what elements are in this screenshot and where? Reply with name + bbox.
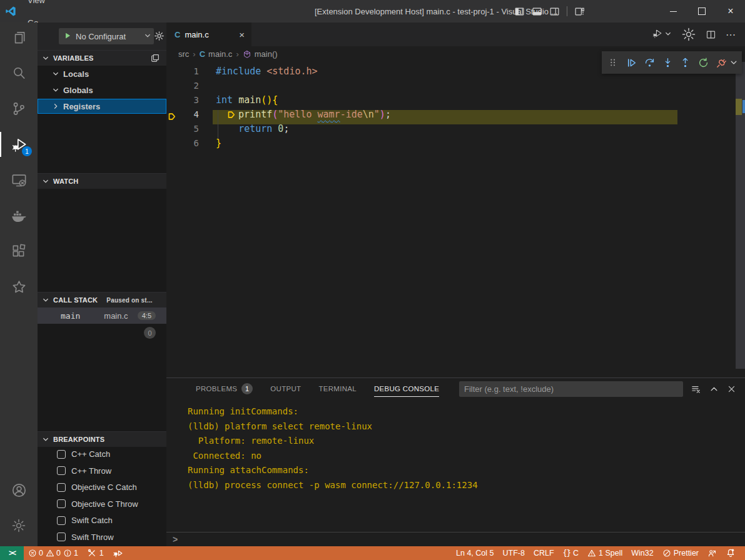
menu-view[interactable]: View [21,0,67,11]
checkbox[interactable] [57,466,66,475]
status-notifications[interactable] [721,546,740,560]
run-or-debug-button[interactable] [652,28,672,41]
debug-gear-icon[interactable] [154,31,165,44]
activity-explorer[interactable] [0,22,38,52]
activity-search[interactable] [0,58,38,88]
debug-console-output[interactable]: Running initCommands:(lldb) platform sel… [166,399,745,537]
activity-accounts[interactable] [0,475,38,505]
activity-source-control[interactable] [0,94,38,124]
close-panel-icon[interactable] [727,384,736,394]
variables-item-registers[interactable]: Registers [38,99,166,114]
panel-tab-terminal[interactable]: TERMINAL [318,378,357,399]
status-cursor-position[interactable]: Ln 4, Col 5 [452,546,498,560]
scm-icon [11,101,27,117]
code-editor[interactable]: 1#include <stdio.h>23int main(){4 printf… [166,62,745,378]
breakpoint-label: Objective C Throw [71,499,138,509]
search-icon [11,65,27,81]
debug-config-dropdown[interactable]: No Configurat [59,28,154,44]
toggle-sidebar-icon[interactable] [514,6,525,17]
more-debug-actions-button[interactable] [729,54,738,71]
checkbox[interactable] [57,483,66,492]
split-editor-icon[interactable] [706,29,716,40]
breakpoint-c-catch[interactable]: C++ Catch [38,446,166,462]
status-feedback[interactable] [703,546,721,560]
status-language-mode[interactable]: {̇}C [559,546,583,560]
files-icon [11,29,27,46]
variables-section-header[interactable]: VARIABLES [38,50,166,66]
stack-frame-row[interactable]: main main.c 4:5 [38,308,166,324]
star-icon [11,279,28,296]
status-label: UTF-8 [502,549,524,558]
checkbox[interactable] [57,450,66,459]
line-number: 1 [166,64,199,79]
breakpoint-objective-c-catch[interactable]: Objective C Catch [38,479,166,495]
checkbox[interactable] [57,499,66,508]
close-button[interactable]: × [716,0,745,22]
code-line-5[interactable]: 5 return 0; [166,122,745,136]
more-actions-icon[interactable]: ⋯ [726,29,736,41]
panel-tab-problems[interactable]: PROBLEMS1 [196,378,253,399]
open-settings-icon[interactable] [681,27,696,42]
maximize-button[interactable] [687,0,716,22]
clear-console-icon[interactable] [691,384,701,394]
step-over-button[interactable] [642,54,657,71]
toggle-secondary-sidebar-icon[interactable] [549,6,560,17]
code-line-2[interactable]: 2 [166,79,745,93]
code-line-4[interactable]: 4 printf("hello wamr-ide\n"); [166,108,745,122]
minimize-button[interactable] [659,0,687,22]
console-input-row[interactable]: > [166,532,745,546]
toolchain-status[interactable]: 1 [83,546,108,560]
overview-ruler[interactable] [736,62,745,369]
line-number: 3 [166,93,199,108]
step-out-button[interactable] [677,54,693,71]
variables-item-locals[interactable]: Locals [38,66,166,81]
debug-status-icon[interactable] [108,546,128,560]
activity-extensions[interactable] [0,236,38,266]
status-spell-status[interactable]: 1 Spell [583,546,627,560]
call-stack-section-header[interactable]: CALL STACK Paused on st... [38,292,166,308]
restart-button[interactable] [696,54,711,71]
status-prettier[interactable]: Prettier [658,546,703,560]
activity-docker[interactable] [0,201,38,231]
maximize-panel-icon[interactable] [709,384,719,394]
status-eol[interactable]: CRLF [529,546,559,560]
tab-main-c[interactable]: C main.c × [166,22,251,46]
status-encoding[interactable]: UTF-8 [498,546,529,560]
continue-button[interactable] [624,54,639,71]
drag-handle-icon[interactable] [606,54,621,71]
breakpoint-c-throw[interactable]: C++ Throw [38,463,166,479]
breakpoint-objective-c-throw[interactable]: Objective C Throw [38,496,166,512]
bottom-panel: PROBLEMS1OUTPUTTERMINALDEBUG CONSOLE Run… [166,378,745,546]
breadcrumb-item[interactable]: Cmain.c [200,49,233,59]
watch-section-header[interactable]: WATCH [38,173,166,189]
activity-marketplace-star[interactable] [0,272,38,302]
checkbox[interactable] [57,516,66,525]
toggle-panel-icon[interactable] [532,6,542,17]
breakpoints-section-header[interactable]: BREAKPOINTS [38,431,166,447]
panel-tab-output[interactable]: OUTPUT [270,378,301,399]
code-line-6[interactable]: 6} [166,136,745,151]
panel-tab-debug-console[interactable]: DEBUG CONSOLE [374,378,439,399]
activity-run-and-debug[interactable]: 1 [0,129,38,159]
customize-layout-icon[interactable] [574,6,585,17]
breadcrumb-item[interactable]: main() [243,49,278,59]
problems-status[interactable]: 001 [24,546,83,560]
start-debug-icon[interactable] [63,31,72,42]
breadcrumb-item[interactable]: src [178,49,189,59]
variables-item-globals[interactable]: Globals [38,82,166,98]
activity-remote-explorer[interactable] [0,165,38,195]
remote-indicator[interactable]: >< [0,546,24,560]
variables-views-icon[interactable] [150,53,160,63]
panel-tab-label: OUTPUT [270,385,301,392]
breakpoint-swift-throw[interactable]: Swift Throw [38,529,166,545]
step-into-button[interactable] [660,54,676,71]
activity-manage[interactable] [0,511,38,541]
disconnect-button[interactable] [714,54,729,71]
checkbox[interactable] [57,532,66,541]
status-target-platform[interactable]: Win32 [627,546,657,560]
session-count-badge: 0 [144,327,156,339]
breakpoint-swift-catch[interactable]: Swift Catch [38,512,166,528]
code-line-3[interactable]: 3int main(){ [166,93,745,108]
tab-close-icon[interactable]: × [239,29,245,40]
console-filter-input[interactable] [459,381,683,397]
